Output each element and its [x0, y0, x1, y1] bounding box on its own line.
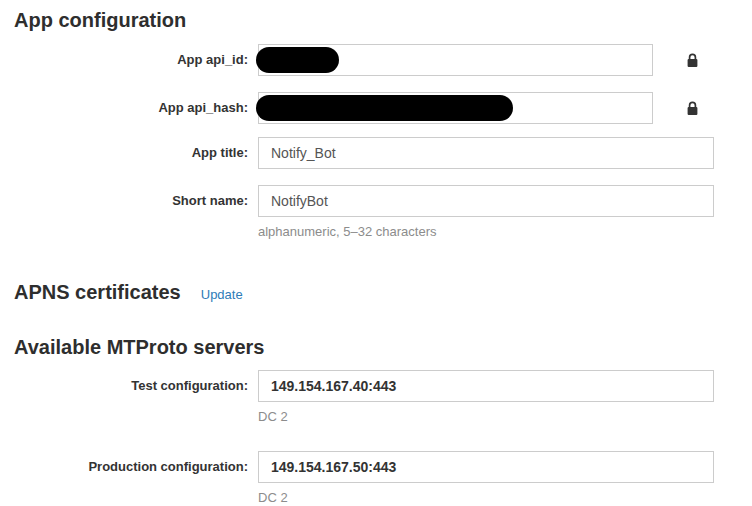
- production-configuration-label: Production configuration:: [0, 451, 248, 483]
- production-configuration-row: Production configuration: DC 2: [0, 451, 752, 506]
- lock-icon: [686, 101, 699, 120]
- test-configuration-dc-hint: DC 2: [258, 409, 714, 425]
- short-name-hint: alphanumeric, 5–32 characters: [258, 224, 714, 240]
- app-title-input[interactable]: [258, 137, 714, 169]
- app-title-label: App title:: [0, 137, 248, 169]
- short-name-row: Short name: alphanumeric, 5–32 character…: [0, 185, 752, 240]
- app-title-row: App title:: [0, 137, 752, 169]
- production-configuration-dc-hint: DC 2: [258, 490, 714, 506]
- api-hash-row: App api_hash:: [0, 92, 752, 124]
- apns-certificates-heading-text: APNS certificates: [14, 281, 181, 303]
- lock-icon: [686, 53, 699, 72]
- test-configuration-input[interactable]: [258, 370, 714, 402]
- short-name-label: Short name:: [0, 185, 248, 217]
- short-name-input[interactable]: [258, 185, 714, 217]
- production-configuration-input[interactable]: [258, 451, 714, 483]
- api-id-input[interactable]: [258, 44, 653, 76]
- apns-update-link[interactable]: Update: [201, 287, 243, 302]
- api-hash-label: App api_hash:: [0, 92, 248, 124]
- api-id-row: App api_id:: [0, 44, 752, 76]
- apns-certificates-heading: APNS certificatesUpdate: [14, 280, 752, 307]
- mtproto-servers-heading: Available MTProto servers: [14, 335, 752, 359]
- api-hash-input[interactable]: [258, 92, 653, 124]
- api-id-label: App api_id:: [0, 44, 248, 76]
- test-configuration-label: Test configuration:: [0, 370, 248, 402]
- test-configuration-row: Test configuration: DC 2: [0, 370, 752, 425]
- app-settings-page: App configuration App api_id: App api_ha…: [0, 0, 752, 506]
- app-configuration-heading: App configuration: [14, 8, 752, 32]
